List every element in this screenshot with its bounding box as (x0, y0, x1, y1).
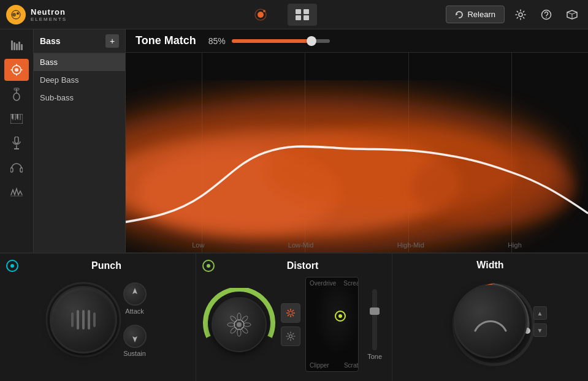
more-button[interactable] (562, 5, 582, 25)
logo-area: Neutron ELEMENTS (6, 5, 116, 25)
visualization-area: Low Low-Mid High-Mid High (126, 53, 588, 252)
tone-match-title: Tone Match (136, 34, 196, 47)
bottom-section: Punch (0, 252, 588, 381)
attack-knob-group: Attack (123, 282, 147, 315)
relearn-button[interactable]: Relearn (446, 6, 505, 23)
svg-rect-28 (12, 114, 13, 119)
svg-line-69 (475, 325, 479, 331)
viz-svg (126, 53, 588, 252)
distort-knob-area (202, 277, 276, 372)
width-knob-wrapper: ▲ ▼ (454, 285, 527, 358)
punch-module: Punch (0, 254, 196, 381)
svg-point-10 (519, 13, 522, 17)
punch-module-header: Punch (6, 260, 189, 272)
width-down-button[interactable]: ▼ (533, 323, 547, 337)
main-layout: Bass + Bass Deep Bass Sub-bass Tone Matc… (0, 29, 588, 252)
relearn-label: Relearn (467, 10, 495, 19)
distort-tone-area: Tone (364, 277, 386, 372)
settings-button[interactable] (511, 5, 530, 25)
help-button[interactable] (536, 5, 556, 25)
attack-knob[interactable] (123, 282, 147, 306)
svg-point-2 (17, 12, 19, 15)
punch-small-knobs: Attack Sustain (123, 282, 147, 357)
svg-rect-13 (11, 40, 13, 50)
distort-grid[interactable]: Overdrive Scream Clipper Scratch (305, 277, 359, 372)
svg-point-56 (289, 311, 292, 315)
distort-active-dot[interactable] (335, 311, 346, 322)
distort-module: Distort (196, 254, 392, 381)
punch-title: Punch (23, 260, 189, 271)
punch-knob-wrapper (50, 286, 117, 353)
grid-nav-btn[interactable] (288, 4, 317, 26)
content-area: Tone Match 85% (126, 29, 588, 252)
svg-point-50 (243, 323, 251, 326)
svg-point-49 (241, 315, 249, 323)
sidebar-item-piano[interactable] (4, 108, 29, 130)
distort-power-indicator (207, 264, 210, 268)
preset-panel: Bass + Bass Deep Bass Sub-bass (34, 29, 126, 252)
freq-label-high: High (508, 241, 522, 249)
svg-rect-6 (296, 9, 301, 14)
sidebar-item-equalizer[interactable] (4, 34, 29, 56)
preset-header: Bass + (34, 29, 125, 53)
svg-point-3 (258, 12, 264, 18)
punch-power-button[interactable] (6, 260, 18, 272)
sidebar-item-wave[interactable] (4, 181, 29, 203)
svg-point-51 (241, 326, 249, 334)
svg-rect-34 (20, 168, 23, 172)
width-title: Width (399, 260, 582, 271)
svg-point-20 (13, 93, 20, 100)
punch-knob[interactable] (50, 286, 117, 353)
sustain-label: Sustain (123, 350, 146, 357)
sidebar-item-headphones[interactable] (4, 157, 29, 179)
sustain-knob[interactable] (123, 325, 147, 348)
distort-label-scratch: Scratch (340, 360, 359, 371)
punch-power-indicator (10, 264, 14, 268)
svg-point-40 (411, 148, 576, 227)
preset-item-bass[interactable]: Bass (34, 53, 125, 71)
distort-corner-labels: Overdrive Scream Clipper Scratch (306, 277, 358, 371)
tone-slider-container: 85% (208, 36, 330, 46)
svg-point-48 (237, 313, 241, 320)
sidebar-item-guitar[interactable] (4, 83, 29, 105)
svg-point-55 (229, 315, 237, 323)
preset-item-sub-bass[interactable]: Sub-bass (34, 89, 125, 107)
app-subtitle: ELEMENTS (31, 17, 67, 22)
visualizer-nav-btn[interactable] (246, 4, 275, 26)
svg-line-62 (292, 314, 294, 315)
width-module-header: Width (399, 260, 582, 271)
svg-rect-33 (10, 168, 13, 172)
top-center-nav (116, 4, 446, 26)
width-arrows: ▲ ▼ (533, 306, 547, 337)
width-knob[interactable] (454, 285, 527, 358)
distort-mode-starburst[interactable] (281, 303, 300, 323)
preset-item-deep-bass[interactable]: Deep Bass (34, 71, 125, 89)
freq-label-low: Low (192, 241, 204, 249)
distort-knob[interactable] (212, 297, 267, 352)
preset-add-button[interactable]: + (105, 34, 119, 48)
svg-rect-17 (21, 44, 23, 50)
svg-point-12 (546, 17, 547, 18)
svg-line-61 (288, 310, 289, 311)
svg-line-64 (288, 314, 289, 315)
sidebar-item-mic[interactable] (4, 132, 29, 154)
distort-power-button[interactable] (202, 260, 215, 272)
freq-label-highmid: High-Mid (397, 241, 424, 249)
tone-label: Tone (367, 353, 382, 360)
distort-label-clipper: Clipper (306, 360, 340, 371)
svg-rect-9 (304, 15, 309, 20)
tone-match-slider[interactable] (232, 39, 330, 43)
distort-dot-inner (338, 314, 342, 318)
tone-vertical-slider[interactable] (372, 289, 377, 350)
sidebar (0, 29, 34, 252)
svg-point-65 (289, 334, 292, 338)
logo-text: Neutron ELEMENTS (31, 7, 67, 22)
sidebar-item-transient[interactable] (4, 59, 29, 81)
svg-rect-29 (17, 114, 18, 119)
distort-mode-buttons (281, 277, 300, 372)
svg-rect-8 (296, 15, 301, 20)
preset-title: Bass (40, 36, 60, 46)
distort-title: Distort (220, 260, 386, 271)
width-up-button[interactable]: ▲ (533, 306, 547, 320)
distort-mode-gear[interactable] (281, 326, 300, 346)
